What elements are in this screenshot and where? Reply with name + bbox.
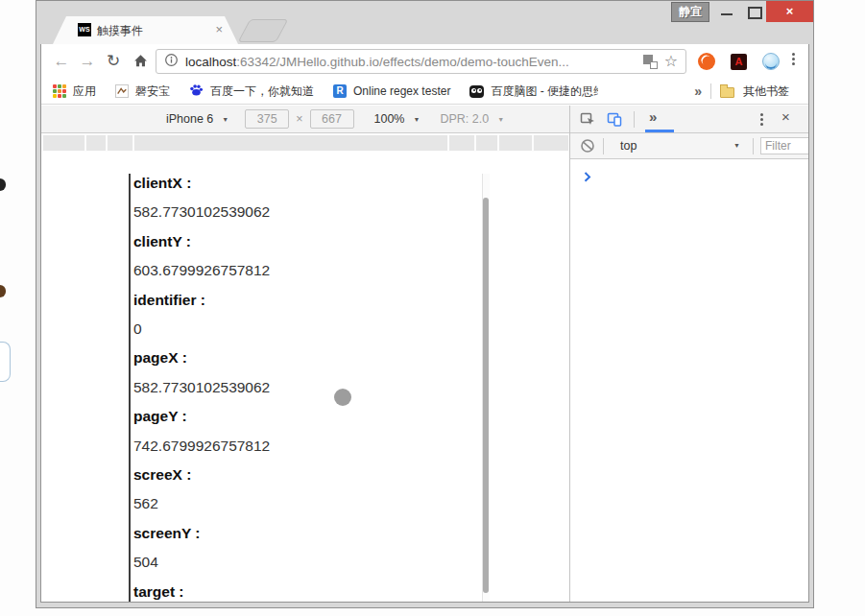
- touch-point-indicator: [334, 389, 351, 406]
- back-icon[interactable]: ←: [51, 51, 72, 72]
- zoom-select[interactable]: 100%: [374, 112, 405, 126]
- viewport-height-input[interactable]: [310, 109, 354, 129]
- extension-orange-icon[interactable]: [698, 53, 715, 70]
- prop-value: 603.6799926757812: [133, 256, 480, 285]
- devtools-close-icon[interactable]: ×: [781, 108, 790, 125]
- forward-icon[interactable]: →: [77, 51, 98, 72]
- screenshot-stage: WS 触摸事件 × 静宜 × ← → ↻ localhost:63342/JMH…: [0, 0, 865, 616]
- bookmark-favicon-icon: [115, 84, 129, 98]
- media-query-segment[interactable]: [134, 135, 447, 151]
- browser-tab[interactable]: WS 触摸事件 ×: [53, 16, 238, 44]
- media-query-segment[interactable]: [499, 135, 532, 151]
- devtools-menu-icon[interactable]: [760, 113, 763, 126]
- prop-label: pageY :: [133, 402, 480, 431]
- translate-icon[interactable]: [643, 55, 658, 69]
- page-scrollbar[interactable]: [482, 174, 490, 603]
- prop-label: screeX :: [133, 461, 480, 489]
- device-select-arrow-icon: ▼: [222, 116, 228, 123]
- console-prompt-icon: [584, 169, 591, 186]
- home-icon[interactable]: [130, 53, 151, 74]
- toolbar-separator: [634, 111, 635, 128]
- folder-icon: [720, 87, 734, 98]
- page-scrollbar-thumb[interactable]: [483, 198, 489, 593]
- prop-label: pageX :: [133, 344, 480, 372]
- new-tab-button[interactable]: [238, 19, 289, 42]
- ime-language-badge: 静宜: [671, 2, 709, 22]
- device-toolbar-toggle-icon[interactable]: [607, 111, 622, 127]
- apps-grid-icon[interactable]: [53, 84, 66, 98]
- bookmarks-bar: 应用 磬安宝 百度一下，你就知道 R Online regex tester 百…: [41, 79, 808, 105]
- viewport-width-input[interactable]: [245, 109, 289, 129]
- browser-chrome: ← → ↻ localhost:63342/JMHello.github.io/…: [40, 44, 809, 603]
- address-bar[interactable]: localhost:63342/JMHello.github.io/effect…: [156, 49, 686, 74]
- dpr-select[interactable]: DPR: 2.0: [440, 112, 489, 126]
- desktop-icon-fragment: [0, 178, 6, 191]
- media-query-segment[interactable]: [476, 135, 497, 151]
- prop-label: clientX :: [133, 174, 480, 198]
- device-select[interactable]: iPhone 6: [166, 112, 213, 126]
- media-query-segment[interactable]: [43, 135, 84, 151]
- console-filter-input[interactable]: [760, 137, 809, 154]
- desktop-panel-fragment: [0, 342, 11, 382]
- prop-value: 562: [133, 489, 480, 518]
- webstorm-favicon-icon: WS: [78, 23, 91, 36]
- window-minimize-button[interactable]: [714, 1, 739, 22]
- prop-value: 742.6799926757812: [133, 432, 480, 461]
- context-select-arrow-icon: ▼: [733, 142, 740, 149]
- bookmarks-overflow-icon[interactable]: »: [694, 83, 702, 99]
- execution-context-select[interactable]: top: [620, 139, 637, 153]
- devtools-tabbar: » ×: [570, 106, 809, 133]
- dpr-select-arrow-icon: ▼: [497, 116, 504, 123]
- bookmark-apps[interactable]: 应用: [73, 83, 96, 100]
- desktop-icon-fragment: [0, 285, 6, 297]
- extension-adobe-icon[interactable]: A: [731, 54, 747, 70]
- active-tab-indicator: [645, 130, 674, 132]
- media-query-bar: [41, 134, 569, 152]
- bookmark-baidu[interactable]: 百度一下，你就知道: [210, 83, 314, 100]
- window-close-button[interactable]: ×: [766, 1, 813, 22]
- prop-label: screenY :: [133, 519, 480, 548]
- device-toolbar: iPhone 6 ▼ × 100% ▼ DPR: 2.0 ▼: [41, 106, 569, 133]
- baidu-paw-icon: [189, 83, 204, 100]
- media-query-segment[interactable]: [534, 135, 568, 151]
- naotu-owl-icon: [469, 85, 484, 98]
- bookmark-regex-tester[interactable]: Online regex tester: [353, 84, 450, 98]
- prop-label: target :: [133, 578, 480, 603]
- dimension-times: ×: [296, 112, 302, 126]
- clear-console-icon[interactable]: [580, 138, 595, 154]
- chrome-menu-icon[interactable]: [792, 53, 795, 65]
- extension-blue-icon[interactable]: [762, 53, 780, 70]
- toolbar-separator: [753, 138, 754, 154]
- emulated-page: clientX : 582.7730102539062 clientY : 60…: [129, 174, 490, 603]
- tab-close-icon[interactable]: ×: [215, 22, 223, 36]
- other-bookmarks-button[interactable]: 其他书签: [743, 83, 789, 100]
- touch-properties-list: clientX : 582.7730102539062 clientY : 60…: [131, 174, 490, 603]
- bookmark-qinganbao[interactable]: 磬安宝: [135, 83, 170, 100]
- console-toolbar: top ▼: [570, 133, 809, 159]
- page-info-icon[interactable]: [164, 53, 179, 71]
- bookmark-star-icon[interactable]: ☆: [664, 54, 678, 69]
- url-path: :63342/JMHello.github.io/effects/demo/de…: [236, 55, 568, 69]
- prop-value: 504: [133, 548, 480, 577]
- media-query-segment[interactable]: [108, 135, 132, 151]
- url-text: localhost:63342/JMHello.github.io/effect…: [185, 55, 637, 69]
- reload-icon[interactable]: ↻: [103, 51, 124, 72]
- bookmarks-separator: [710, 83, 711, 99]
- bookmark-naotu[interactable]: 百度脑图 - 便捷的思维: [491, 83, 598, 100]
- url-host: localhost: [185, 55, 236, 69]
- more-tabs-icon[interactable]: »: [649, 108, 657, 125]
- regex-favicon-icon: R: [333, 84, 347, 98]
- media-query-segment[interactable]: [86, 135, 106, 151]
- console-area[interactable]: [570, 159, 809, 603]
- tab-title: 触摸事件: [97, 23, 143, 39]
- inspect-element-icon[interactable]: [580, 111, 595, 127]
- prop-label: clientY :: [133, 227, 480, 256]
- zoom-select-arrow-icon: ▼: [414, 116, 420, 123]
- media-query-segment[interactable]: [449, 135, 474, 151]
- prop-label: identifier :: [133, 286, 480, 315]
- toolbar-separator: [603, 138, 604, 154]
- window-maximize-button[interactable]: [740, 1, 765, 22]
- browser-window: WS 触摸事件 × 静宜 × ← → ↻ localhost:63342/JMH…: [36, 0, 814, 608]
- prop-value: 582.7730102539062: [133, 198, 480, 226]
- prop-value: 582.7730102539062: [133, 373, 480, 402]
